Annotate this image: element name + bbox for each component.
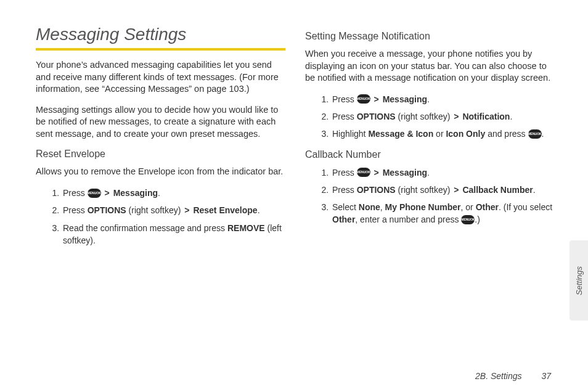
list-item: Press OPTIONS (right softkey) > Reset En…	[62, 204, 285, 216]
notification-desc: When you receive a message, your phone n…	[305, 48, 555, 84]
option-label: None	[359, 202, 380, 212]
step-text: Press	[63, 188, 88, 198]
reset-envelope-desc: Allows you to remove the Envelope icon f…	[36, 166, 285, 178]
intro-paragraph-1: Your phone’s advanced messaging capabili…	[36, 59, 285, 96]
punct: .	[533, 185, 536, 195]
footer-section: 2B. Settings	[475, 371, 522, 381]
softkey-label: OPTIONS	[88, 205, 126, 215]
list-item: Press MENUOK > Messaging.	[62, 187, 285, 199]
step-text: Select	[332, 202, 359, 212]
list-item: Press OPTIONS (right softkey) > Notifica…	[331, 110, 555, 123]
right-column: Setting Message Notification When you re…	[305, 25, 555, 251]
left-column: Messaging Settings Your phone’s advanced…	[36, 25, 285, 251]
step-text: (right softkey)	[398, 185, 453, 195]
step-text: or	[436, 129, 446, 139]
option-label: Other	[476, 202, 499, 212]
punct: .	[258, 205, 260, 215]
punct: .	[427, 168, 430, 178]
step-text: , or	[461, 202, 476, 212]
step-text: Press	[63, 205, 88, 215]
intro-paragraph-2: Messaging settings allow you to decide h…	[36, 104, 285, 141]
menu-path: Callback Number	[462, 185, 533, 195]
step-text: , enter a number and press	[355, 214, 461, 224]
option-label: My Phone Number	[385, 202, 461, 212]
menu-path: Reset Envelope	[193, 205, 257, 215]
callback-steps: Press MENUOK > Messaging. Press OPTIONS …	[305, 166, 555, 226]
step-text: (right softkey)	[398, 112, 453, 121]
section-tab-label: Settings	[574, 266, 584, 295]
chevron-right-icon: >	[183, 205, 190, 215]
footer-page-number: 37	[541, 371, 551, 381]
notification-heading: Setting Message Notification	[305, 31, 555, 42]
list-item: Press MENUOK > Messaging.	[331, 93, 555, 105]
list-item: Press MENUOK > Messaging.	[331, 166, 555, 179]
list-item: Highlight Message & Icon or Icon Only an…	[331, 128, 555, 140]
callback-heading: Callback Number	[305, 149, 555, 160]
step-text: Highlight	[332, 129, 368, 139]
menu-ok-icon: MENUOK	[88, 189, 101, 198]
step-text: Press	[332, 168, 357, 178]
chevron-right-icon: >	[452, 112, 460, 121]
list-item: Read the confirmation message and press …	[62, 222, 285, 247]
chevron-right-icon: >	[373, 168, 380, 178]
title-rule	[36, 48, 285, 51]
step-text: .)	[475, 214, 480, 224]
menu-path: Messaging	[383, 168, 427, 178]
menu-path: Messaging	[383, 94, 427, 104]
page-footer: 2B. Settings 37	[475, 371, 551, 381]
menu-ok-icon: MENUOK	[357, 168, 370, 177]
step-text: Press	[332, 94, 357, 104]
step-text: ,	[380, 202, 385, 212]
list-item: Select None, My Phone Number, or Other. …	[331, 201, 555, 226]
punct: .	[427, 94, 430, 104]
step-text: (right softkey)	[129, 205, 184, 215]
menu-ok-icon: MENUOK	[357, 94, 370, 104]
chevron-right-icon: >	[104, 188, 111, 198]
step-text: Read the confirmation message and press	[63, 223, 227, 233]
section-tab: Settings	[570, 240, 588, 321]
step-text: and press	[488, 129, 528, 139]
softkey-label: REMOVE	[227, 223, 265, 233]
step-text: Press	[332, 112, 357, 121]
menu-ok-icon: MENUOK	[461, 215, 475, 224]
page-title: Messaging Settings	[36, 25, 285, 44]
punct: .	[542, 129, 544, 139]
page-columns: Messaging Settings Your phone’s advanced…	[0, 0, 588, 270]
step-text: Press	[332, 185, 357, 195]
step-text: . (If you select	[499, 202, 552, 212]
option-label: Message & Icon	[368, 129, 433, 139]
chevron-right-icon: >	[373, 94, 380, 104]
reset-envelope-heading: Reset Envelope	[36, 149, 285, 160]
softkey-label: OPTIONS	[357, 112, 396, 121]
softkey-label: OPTIONS	[357, 185, 396, 195]
option-label: Other	[332, 214, 355, 224]
chevron-right-icon: >	[452, 185, 460, 195]
menu-ok-icon: MENUOK	[528, 129, 542, 139]
list-item: Press OPTIONS (right softkey) > Callback…	[331, 184, 555, 196]
reset-envelope-steps: Press MENUOK > Messaging. Press OPTIONS …	[36, 187, 285, 247]
option-label: Icon Only	[446, 129, 485, 139]
menu-path: Notification	[462, 112, 510, 121]
punct: .	[158, 188, 160, 198]
menu-path: Messaging	[113, 188, 158, 198]
punct: .	[510, 112, 512, 121]
notification-steps: Press MENUOK > Messaging. Press OPTIONS …	[305, 93, 555, 141]
